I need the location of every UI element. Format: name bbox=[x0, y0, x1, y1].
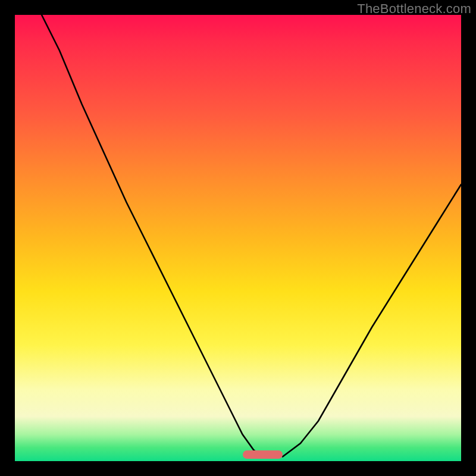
curve-right-branch bbox=[283, 184, 461, 457]
curve-left-branch bbox=[42, 15, 262, 457]
chart-frame: TheBottleneck.com bbox=[0, 0, 476, 476]
plot-area bbox=[15, 15, 461, 461]
curve-layer bbox=[15, 15, 461, 461]
bottleneck-marker bbox=[243, 450, 283, 459]
